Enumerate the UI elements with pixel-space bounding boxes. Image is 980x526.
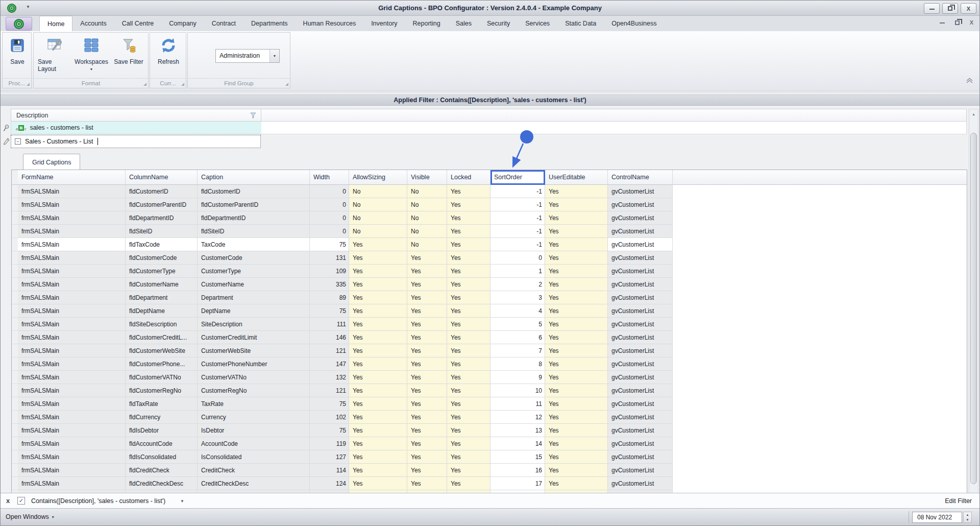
- cell-sortorder[interactable]: 11: [491, 397, 545, 411]
- cell-columnname[interactable]: fldCustomerParentID: [126, 198, 198, 211]
- minimize-icon-small[interactable]: [940, 21, 945, 23]
- cell-width[interactable]: 335: [310, 278, 349, 291]
- cell-usereditable[interactable]: Yes: [545, 225, 608, 238]
- cell-caption[interactable]: CustomerWebSite: [198, 344, 310, 357]
- cell-columnname[interactable]: fldCustomerPhone...: [126, 357, 198, 371]
- cell-columnname[interactable]: fldCustomerRegNo: [126, 384, 198, 397]
- cell-visible[interactable]: Yes: [407, 331, 447, 344]
- cell-width[interactable]: 109: [310, 265, 349, 278]
- cell-formname[interactable]: frmSALSMain: [18, 450, 126, 464]
- cell-sortorder[interactable]: -1: [491, 185, 545, 198]
- tab-call-centre[interactable]: Call Centre: [114, 16, 162, 31]
- cell-columnname[interactable]: fldTaxRate: [126, 397, 198, 411]
- cell-locked[interactable]: Yes: [447, 384, 491, 397]
- minimize-button[interactable]: [924, 3, 940, 14]
- tab-static-data[interactable]: Static Data: [557, 16, 604, 31]
- cell-formname[interactable]: frmSALSMain: [18, 211, 126, 225]
- cell-caption[interactable]: CreditCheck: [198, 464, 310, 477]
- cell-formname[interactable]: frmSALSMain: [18, 464, 126, 477]
- cell-width[interactable]: 132: [310, 371, 349, 384]
- cell-columnname[interactable]: fldIsConsolidated: [126, 450, 198, 464]
- cell-formname[interactable]: frmSALSMain: [18, 371, 126, 384]
- group-label-process[interactable]: Proc...: [3, 78, 31, 88]
- cell-caption[interactable]: CustomerType: [198, 265, 310, 278]
- cell-visible[interactable]: Yes: [407, 477, 447, 490]
- cell-formname[interactable]: frmSALSMain: [18, 198, 126, 211]
- cell-controlname[interactable]: gvCustomerList: [608, 357, 673, 371]
- cell-width[interactable]: 127: [310, 450, 349, 464]
- cell-controlname[interactable]: gvCustomerList: [608, 384, 673, 397]
- grid-captions-tab[interactable]: Grid Captions: [23, 154, 80, 170]
- cell-width[interactable]: 147: [310, 357, 349, 371]
- cell-sortorder[interactable]: 17: [491, 477, 545, 490]
- cell-allowsizing[interactable]: Yes: [349, 238, 407, 251]
- filter-enabled-checkbox[interactable]: ✓: [17, 497, 25, 505]
- cell-visible[interactable]: Yes: [407, 291, 447, 304]
- cell-visible[interactable]: Yes: [407, 318, 447, 331]
- cell-caption[interactable]: IsDebtor: [198, 424, 310, 437]
- cell-usereditable[interactable]: Yes: [545, 278, 608, 291]
- cell-locked[interactable]: Yes: [447, 397, 491, 411]
- cell-width[interactable]: 121: [310, 384, 349, 397]
- cell-columnname[interactable]: fldAccountCode: [126, 437, 198, 450]
- combobox-dropdown-button[interactable]: ▼: [270, 50, 279, 62]
- cell-controlname[interactable]: gvCustomerList: [608, 424, 673, 437]
- cell-visible[interactable]: No: [407, 211, 447, 225]
- tab-human-resources[interactable]: Human Resources: [296, 16, 364, 31]
- cell-sortorder[interactable]: 7: [491, 344, 545, 357]
- cell-columnname[interactable]: fldDepartmentID: [126, 211, 198, 225]
- cell-visible[interactable]: Yes: [407, 265, 447, 278]
- tab-reporting[interactable]: Reporting: [405, 16, 448, 31]
- cell-usereditable[interactable]: Yes: [545, 198, 608, 211]
- cell-locked[interactable]: Yes: [447, 238, 491, 251]
- date-field[interactable]: 08 Nov 2022: [912, 512, 962, 523]
- cell-visible[interactable]: No: [407, 185, 447, 198]
- cell-usereditable[interactable]: Yes: [545, 371, 608, 384]
- cell-columnname[interactable]: fldCreditCheckDesc: [126, 477, 198, 490]
- collapse-ribbon-icon[interactable]: [966, 77, 973, 86]
- cell-sortorder[interactable]: 1: [491, 265, 545, 278]
- cell-width[interactable]: 0: [310, 185, 349, 198]
- cell-caption[interactable]: CreditCheckDesc: [198, 477, 310, 490]
- cell-formname[interactable]: frmSALSMain: [18, 304, 126, 318]
- cell-allowsizing[interactable]: Yes: [349, 357, 407, 371]
- cell-allowsizing[interactable]: Yes: [349, 265, 407, 278]
- cell-formname[interactable]: frmSALSMain: [18, 185, 126, 198]
- cell-caption[interactable]: TaxCode: [198, 238, 310, 251]
- cell-allowsizing[interactable]: Yes: [349, 291, 407, 304]
- cell-formname[interactable]: frmSALSMain: [18, 318, 126, 331]
- cell-sortorder[interactable]: -1: [491, 225, 545, 238]
- cell-visible[interactable]: No: [407, 238, 447, 251]
- cell-controlname[interactable]: gvCustomerList: [608, 278, 673, 291]
- col-header-caption[interactable]: Caption: [198, 170, 310, 185]
- cell-visible[interactable]: No: [407, 198, 447, 211]
- cell-formname[interactable]: frmSALSMain: [18, 357, 126, 371]
- cell-width[interactable]: 114: [310, 464, 349, 477]
- cell-formname[interactable]: frmSALSMain: [18, 397, 126, 411]
- cell-width[interactable]: 0: [310, 198, 349, 211]
- cell-width[interactable]: 75: [310, 424, 349, 437]
- cell-sortorder[interactable]: 16: [491, 464, 545, 477]
- cell-allowsizing[interactable]: No: [349, 185, 407, 198]
- cell-locked[interactable]: Yes: [447, 477, 491, 490]
- cell-allowsizing[interactable]: Yes: [349, 304, 407, 318]
- filter-dropdown-icon[interactable]: ▼: [180, 499, 184, 504]
- cell-usereditable[interactable]: Yes: [545, 477, 608, 490]
- cell-visible[interactable]: Yes: [407, 411, 447, 424]
- cell-locked[interactable]: Yes: [447, 198, 491, 211]
- cell-columnname[interactable]: fldSiteDescription: [126, 318, 198, 331]
- cell-formname[interactable]: frmSALSMain: [18, 251, 126, 265]
- cell-locked[interactable]: Yes: [447, 304, 491, 318]
- cell-sortorder[interactable]: 14: [491, 437, 545, 450]
- cell-controlname[interactable]: gvCustomerList: [608, 450, 673, 464]
- cell-width[interactable]: 146: [310, 331, 349, 344]
- restore-button[interactable]: [942, 3, 958, 14]
- cell-locked[interactable]: Yes: [447, 344, 491, 357]
- cell-usereditable[interactable]: Yes: [545, 437, 608, 450]
- remove-filter-icon[interactable]: X: [6, 497, 10, 505]
- cell-controlname[interactable]: gvCustomerList: [608, 397, 673, 411]
- cell-allowsizing[interactable]: No: [349, 225, 407, 238]
- scrollbar-thumb[interactable]: [970, 133, 977, 484]
- cell-columnname[interactable]: fldCustomerVATNo: [126, 371, 198, 384]
- cell-width[interactable]: 121: [310, 344, 349, 357]
